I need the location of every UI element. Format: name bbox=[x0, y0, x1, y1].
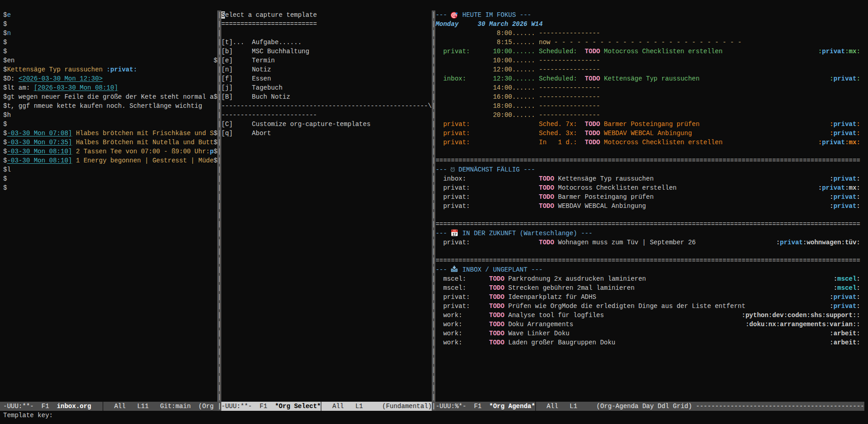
svg-text:17: 17 bbox=[452, 232, 457, 237]
